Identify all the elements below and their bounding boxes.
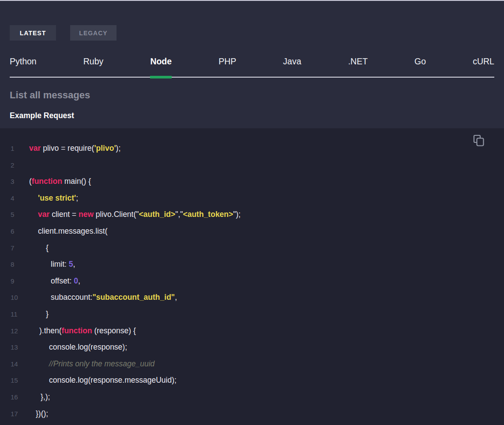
copy-icon — [473, 134, 485, 147]
code-line: 15console.log(response.messageUuid); — [0, 372, 504, 389]
code-line: 12).then(function (response) { — [0, 323, 504, 339]
line-number: 5 — [11, 206, 29, 223]
code-line: 6client.messages.list( — [0, 223, 504, 240]
line-number: 15 — [11, 372, 29, 389]
code-line: 8limit: 5, — [0, 256, 504, 273]
tab-node[interactable]: Node — [150, 51, 172, 77]
page-title: List all messages — [10, 89, 494, 101]
tab-java[interactable]: Java — [283, 51, 301, 77]
code-line: 17})(); — [0, 406, 504, 422]
code-line: 11} — [0, 306, 504, 323]
line-number: 8 — [11, 256, 29, 273]
docs-page: LATEST LEGACY PythonRubyNodePHPJava.NETG… — [0, 25, 504, 120]
code-text: offset: 0, — [29, 273, 80, 290]
code-line: 9offset: 0, — [0, 273, 504, 290]
line-number: 9 — [11, 273, 29, 290]
line-number: 4 — [11, 190, 29, 207]
code-line: 4'use strict'; — [0, 190, 504, 207]
code-line: 13console.log(response); — [0, 339, 504, 356]
code-line: 1var plivo = require('plivo'); — [0, 140, 504, 157]
line-number: 16 — [11, 389, 29, 406]
tab-net[interactable]: .NET — [348, 51, 368, 77]
code-line: 5var client = new plivo.Client("<auth_id… — [0, 206, 504, 223]
line-number: 1 — [11, 140, 29, 157]
code-text: },); — [29, 389, 50, 406]
code-example-block: 1var plivo = require('plivo');23(functio… — [0, 128, 504, 425]
code-text: limit: 5, — [29, 256, 75, 273]
tab-curl[interactable]: cURL — [473, 51, 494, 77]
line-number: 17 — [11, 406, 29, 422]
latest-version-button[interactable]: LATEST — [10, 25, 56, 41]
line-number: 10 — [11, 289, 29, 306]
code-line: 16},); — [0, 389, 504, 406]
example-request-heading: Example Request — [10, 111, 494, 120]
code-text: console.log(response); — [29, 339, 127, 356]
line-number: 3 — [11, 173, 29, 190]
code-text: console.log(response.messageUuid); — [29, 372, 177, 389]
code-text: } — [29, 306, 49, 323]
code-text: var client = new plivo.Client("<auth_id>… — [29, 206, 241, 223]
code-text: { — [29, 240, 49, 257]
line-number: 6 — [11, 223, 29, 240]
line-number: 2 — [11, 157, 29, 174]
code-text: ).then(function (response) { — [29, 323, 136, 339]
top-edge-line — [0, 0, 504, 1]
line-number: 11 — [11, 306, 29, 323]
code-text: var plivo = require('plivo'); — [29, 140, 120, 157]
line-number: 12 — [11, 323, 29, 339]
tab-python[interactable]: Python — [10, 51, 37, 77]
copy-code-button[interactable] — [473, 134, 485, 147]
line-number: 7 — [11, 240, 29, 257]
code-text: })(); — [29, 406, 48, 422]
code-line: 2 — [0, 157, 504, 174]
code-line: 3(function main() { — [0, 173, 504, 190]
code-text: subaccount:"subaccount_auth_id", — [29, 289, 177, 306]
code-text: client.messages.list( — [29, 223, 108, 240]
code-lines: 1var plivo = require('plivo');23(functio… — [0, 140, 504, 422]
code-text: //Prints only the message_uuid — [29, 356, 154, 373]
line-number: 13 — [11, 339, 29, 356]
tab-php[interactable]: PHP — [218, 51, 236, 77]
code-text: 'use strict'; — [29, 190, 78, 207]
code-line: 14//Prints only the message_uuid — [0, 356, 504, 373]
code-line: 10subaccount:"subaccount_auth_id", — [0, 289, 504, 306]
tab-go[interactable]: Go — [414, 51, 426, 77]
version-toggle: LATEST LEGACY — [10, 25, 494, 41]
legacy-version-button[interactable]: LEGACY — [70, 25, 117, 41]
tab-ruby[interactable]: Ruby — [83, 51, 104, 77]
line-number: 14 — [11, 356, 29, 373]
code-line: 7{ — [0, 240, 504, 257]
code-text: (function main() { — [29, 173, 91, 190]
language-tabs: PythonRubyNodePHPJava.NETGocURL — [10, 51, 494, 78]
